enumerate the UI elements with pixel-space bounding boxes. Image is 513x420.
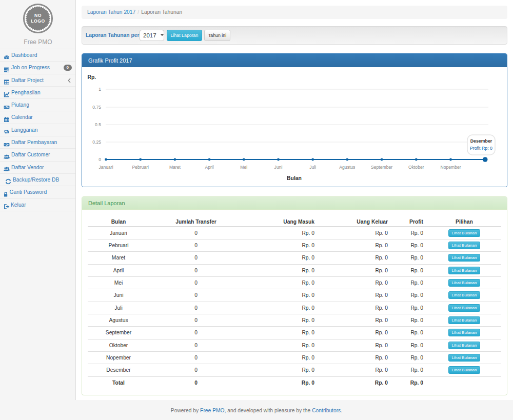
svg-text:Januari: Januari <box>98 165 113 170</box>
svg-text:Oktober: Oktober <box>408 165 424 170</box>
svg-text:0.5: 0.5 <box>95 122 101 127</box>
svg-text:Pebruari: Pebruari <box>132 165 149 170</box>
svg-text:Profit Rp: 0: Profit Rp: 0 <box>470 146 492 151</box>
svg-text:Mei: Mei <box>240 165 247 170</box>
svg-text:Bulan: Bulan <box>287 175 302 181</box>
svg-text:0.75: 0.75 <box>92 105 101 110</box>
svg-text:Rp.: Rp. <box>88 74 96 80</box>
svg-text:Juli: Juli <box>309 165 316 170</box>
svg-text:Desember: Desember <box>470 138 492 144</box>
svg-text:0: 0 <box>98 157 101 162</box>
svg-text:1: 1 <box>98 87 101 92</box>
svg-text:Juni: Juni <box>274 165 283 170</box>
svg-text:0.25: 0.25 <box>92 139 101 145</box>
svg-text:Agustus: Agustus <box>339 165 355 170</box>
svg-text:Nopember: Nopember <box>440 165 461 170</box>
svg-text:NO: NO <box>34 13 42 18</box>
svg-text:LOGO: LOGO <box>31 18 45 24</box>
svg-text:Maret: Maret <box>169 165 181 170</box>
svg-text:September: September <box>371 165 392 170</box>
svg-text:April: April <box>205 165 213 170</box>
